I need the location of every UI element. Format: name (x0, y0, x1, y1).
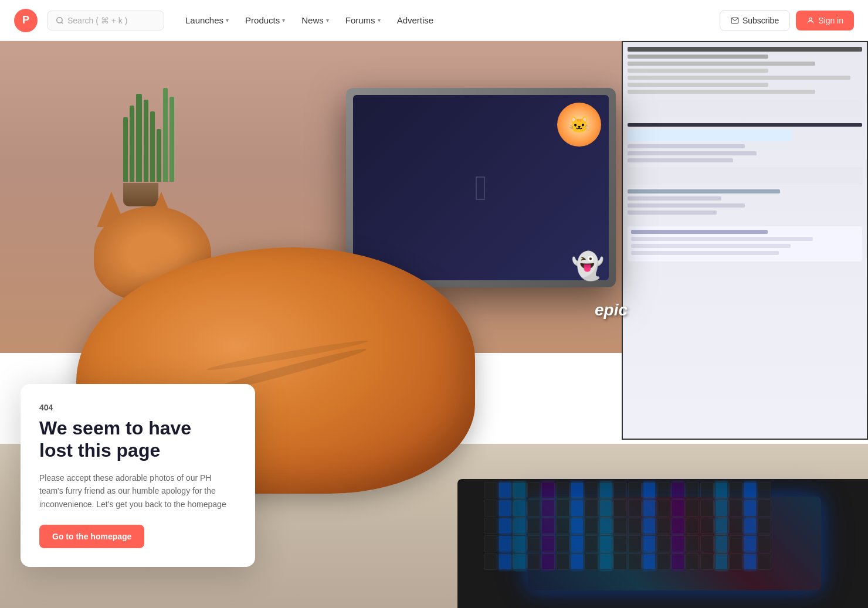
keyboard-key (700, 535, 714, 552)
keyboard-key (628, 482, 642, 498)
grass-blade (157, 129, 161, 182)
keyboard-key (484, 553, 497, 570)
screen-line (631, 230, 768, 234)
keyboard-key (657, 553, 670, 570)
screen-line (628, 210, 717, 215)
keyboard-key (744, 535, 757, 552)
navbar: P Search ( ⌘ + k ) Launches ▾ Products ▾… (0, 0, 868, 41)
grass-blade (130, 106, 134, 182)
logo-letter: P (22, 14, 29, 26)
envelope-icon (731, 16, 739, 25)
screen-line (631, 251, 779, 255)
screen-line (628, 130, 792, 141)
keyboard-key (643, 553, 656, 570)
plant-pot (123, 183, 158, 206)
monitor (622, 41, 868, 440)
keyboard-key (758, 553, 771, 570)
keyboard-key (527, 535, 541, 552)
screen-line (631, 237, 813, 241)
plant-grass (123, 88, 174, 182)
keyboard-key (715, 553, 728, 570)
keyboard-key (744, 518, 757, 534)
go-to-homepage-button[interactable]: Go to the homepage (39, 525, 144, 548)
keyboard-key (613, 553, 627, 570)
nav-item-news[interactable]: News ▾ (294, 11, 336, 30)
keyboard-key (585, 500, 598, 516)
keyboard-key (700, 500, 714, 516)
keyboard-key (585, 553, 598, 570)
screen-line (628, 100, 862, 117)
keyboard-key (527, 500, 541, 516)
error-title: We seem to have lost this page (39, 417, 236, 462)
screen-line (628, 123, 862, 127)
chevron-down-icon: ▾ (326, 17, 329, 23)
epic-label: epic (595, 301, 628, 320)
subscribe-label: Subscribe (742, 16, 779, 25)
keyboard-key (541, 518, 555, 534)
keyboard-key (628, 553, 642, 570)
keyboard-key (700, 553, 714, 570)
svg-point-3 (809, 18, 812, 21)
keyboard-key (744, 553, 757, 570)
keyboard-key (657, 518, 670, 534)
screen-panel (628, 226, 862, 261)
keyboard-key (715, 500, 728, 516)
keyboard-key (613, 535, 627, 552)
keyboard-key (672, 482, 685, 498)
keyboard-key (556, 518, 569, 534)
keyboard-keys (484, 482, 771, 570)
keyboard-key (643, 535, 656, 552)
signin-button[interactable]: Sign in (796, 11, 854, 30)
keyboard-key (513, 500, 526, 516)
keyboard-key (729, 553, 742, 570)
keyboard-key (484, 535, 497, 552)
screen-line (628, 158, 733, 162)
error-code: 404 (39, 403, 236, 412)
nav-label-products: Products (245, 15, 280, 25)
keyboard-key (484, 482, 497, 498)
monitor-screen (623, 42, 867, 439)
search-box[interactable]: Search ( ⌘ + k ) (47, 11, 164, 30)
keyboard-key (672, 535, 685, 552)
keyboard-key (729, 500, 742, 516)
grass-blade (150, 111, 155, 182)
keyboard-key (613, 518, 627, 534)
error-card: 404 We seem to have lost this page Pleas… (21, 384, 255, 567)
screen-line (628, 196, 721, 201)
keyboard-key (758, 500, 771, 516)
keyboard-key (499, 518, 512, 534)
keyboard-key (513, 518, 526, 534)
chevron-down-icon: ▾ (282, 17, 285, 23)
keyboard-key (499, 535, 512, 552)
grass-blade (123, 117, 128, 182)
error-title-line1: We seem to have (39, 417, 191, 439)
screen-line (628, 76, 850, 80)
grass-blade (144, 100, 148, 182)
keyboard-key (686, 553, 699, 570)
keyboard-key (643, 482, 656, 498)
nav-item-launches[interactable]: Launches ▾ (178, 11, 236, 30)
keyboard-key (541, 482, 555, 498)
nav-item-advertise[interactable]: Advertise (390, 11, 441, 30)
svg-point-0 (57, 17, 62, 22)
subscribe-button[interactable]: Subscribe (720, 10, 790, 31)
chevron-down-icon: ▾ (226, 17, 229, 23)
keyboard-key (758, 518, 771, 534)
screen-line (628, 69, 768, 73)
logo[interactable]: P (14, 9, 38, 32)
chevron-down-icon: ▾ (378, 17, 381, 23)
keyboard-key (556, 500, 569, 516)
grass-blade (169, 97, 174, 182)
keyboard-key (599, 535, 613, 552)
keyboard-key (686, 518, 699, 534)
nav-item-forums[interactable]: Forums ▾ (338, 11, 388, 30)
keyboard-key (499, 500, 512, 516)
keyboard-key (744, 500, 757, 516)
screen-line (628, 151, 757, 155)
screen-line (628, 83, 768, 87)
nav-links: Launches ▾ Products ▾ News ▾ Forums ▾ Ad… (178, 11, 715, 30)
keyboard-key (599, 518, 613, 534)
keyboard-key (484, 500, 497, 516)
keyboard-key (571, 500, 584, 516)
nav-item-products[interactable]: Products ▾ (238, 11, 292, 30)
